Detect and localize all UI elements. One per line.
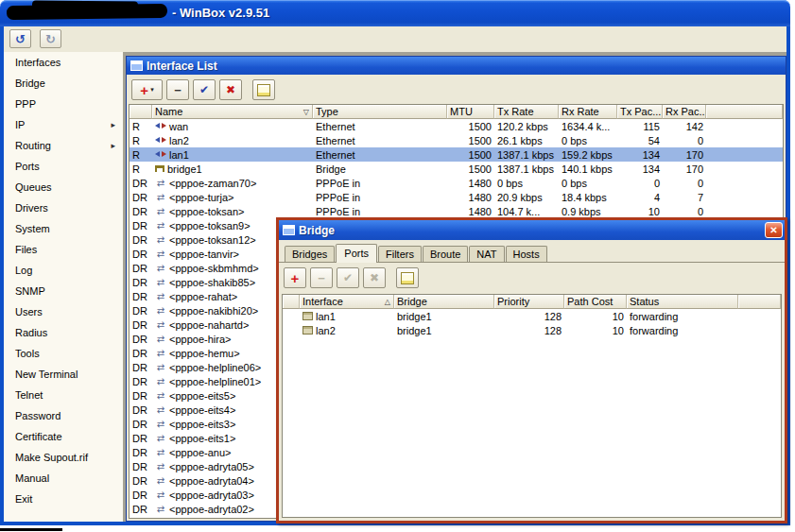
column-mtu[interactable]: MTU <box>447 105 494 119</box>
column-tx-packet[interactable]: Tx Pac... <box>617 105 663 119</box>
interface-name: <pppoe-rahat> <box>169 291 237 302</box>
row-tx-rate: 120.2 kbps <box>494 119 559 133</box>
sidebar-item[interactable]: Exit <box>4 489 123 509</box>
sidebar-item[interactable]: Bridge <box>4 73 123 94</box>
interface-type-icon <box>155 179 166 187</box>
sidebar-item-label: Interfaces <box>15 57 115 68</box>
sidebar-item[interactable]: Certificate <box>4 426 123 447</box>
sidebar-item[interactable]: Files <box>4 239 123 260</box>
column-flags[interactable] <box>283 295 300 309</box>
sidebar-item[interactable]: New Terminal <box>4 364 123 385</box>
row-flags: DR <box>130 388 152 403</box>
sidebar-item[interactable]: Ports <box>4 156 123 177</box>
bridge-tab[interactable]: Bridges <box>285 246 335 262</box>
sidebar-item[interactable]: Interfaces <box>4 52 123 73</box>
undo-button[interactable]: ↺ <box>9 29 31 48</box>
column-tx-rate[interactable]: Tx Rate <box>494 105 559 119</box>
interface-row[interactable]: DR <pppoe-toksan> PPPoE in 1480 104.7 k.… <box>130 204 783 218</box>
sidebar-item-label: Exit <box>15 493 115 505</box>
sidebar-item[interactable]: Radius <box>4 322 123 343</box>
comment-button[interactable] <box>396 267 419 288</box>
enable-button[interactable]: ✔ <box>337 267 359 288</box>
bridge-tab[interactable]: Hosts <box>506 246 547 262</box>
interface-type-icon <box>155 434 166 442</box>
bridge-tab[interactable]: Broute <box>423 246 468 262</box>
interface-row[interactable]: R lan2 Ethernet 1500 26.1 kbps 0 bps <box>130 133 783 147</box>
bridge-port-row[interactable]: lan1 bridge1 128 10 forwarding <box>283 309 781 323</box>
submenu-arrow-icon: ▸ <box>111 141 115 150</box>
bridge-port-row[interactable]: lan2 bridge1 128 10 forwarding <box>283 323 781 337</box>
interface-type-icon <box>155 448 166 456</box>
disable-button[interactable]: ✖ <box>219 79 242 100</box>
interface-type-icon <box>155 349 166 357</box>
close-button[interactable]: ✕ <box>765 222 783 238</box>
bridge-tab[interactable]: Ports <box>336 244 377 263</box>
column-path-cost[interactable]: Path Cost <box>564 295 627 309</box>
interface-type-icon <box>155 377 166 386</box>
interface-name: <pppoe-eits4> <box>169 404 235 416</box>
row-flags: DR <box>130 204 152 218</box>
row-name-cell: wan <box>152 119 313 133</box>
sidebar-item[interactable]: Users <box>4 301 123 322</box>
column-interface[interactable]: Interface △ <box>300 295 394 309</box>
interface-row[interactable]: DR <pppoe-zaman70> PPPoE in 1480 0 bps 0… <box>130 176 783 190</box>
bridge-tab[interactable]: Filters <box>378 246 422 262</box>
row-name-cell: lan2 <box>152 133 313 147</box>
comment-button[interactable] <box>252 79 275 100</box>
row-flags: DR <box>130 176 152 190</box>
bridge-tab[interactable]: NAT <box>469 246 504 262</box>
row-flags: R <box>130 162 152 176</box>
row-tx-rate: 0 bps <box>494 176 559 190</box>
remove-button[interactable]: − <box>310 267 333 288</box>
column-rx-packet[interactable]: Rx Pac... <box>663 105 706 119</box>
column-type[interactable]: Type <box>313 105 447 119</box>
column-priority[interactable]: Priority <box>494 295 564 309</box>
sidebar-item[interactable]: SNMP <box>4 281 123 301</box>
column-status[interactable]: Status <box>627 295 738 309</box>
column-flags[interactable] <box>130 105 152 119</box>
sidebar-item[interactable]: Password <box>4 405 123 426</box>
screenshot-artifact-line <box>0 528 62 531</box>
sidebar-item[interactable]: Routing ▸ <box>4 135 123 156</box>
sidebar-item[interactable]: Make Supout.rif <box>4 447 123 468</box>
sidebar-item[interactable]: Telnet <box>4 385 123 405</box>
sidebar-item[interactable]: System <box>4 218 123 239</box>
sidebar-item[interactable]: Drivers <box>4 197 123 218</box>
sidebar-item[interactable]: IP ▸ <box>4 114 123 135</box>
bridge-dialog-titlebar[interactable]: Bridge ✕ <box>279 220 785 240</box>
interface-type-icon <box>155 320 166 329</box>
interface-list-titlebar[interactable]: Interface List <box>127 57 786 75</box>
main-titlebar[interactable]: - WinBox v2.9.51 <box>0 0 790 26</box>
disable-button[interactable]: ✖ <box>363 267 386 288</box>
column-name[interactable]: Name ▽ <box>152 105 313 119</box>
row-tx-packet: 54 <box>617 133 663 147</box>
add-port-button[interactable]: + <box>284 267 306 288</box>
interface-row[interactable]: R wan Ethernet 1500 120.2 kbps 1634.4 k.… <box>130 119 783 133</box>
row-tx-rate: 1387.1 kbps <box>494 147 559 162</box>
sidebar-item[interactable]: Queues <box>4 177 123 197</box>
enable-button[interactable]: ✔ <box>193 79 216 100</box>
interface-name: <pppoe-anu> <box>169 447 231 458</box>
sidebar-item-label: Log <box>15 265 115 276</box>
sidebar-item[interactable]: Log <box>4 260 123 281</box>
row-mtu: 1500 <box>447 133 494 147</box>
interface-row[interactable]: DR <pppoe-turja> PPPoE in 1480 20.9 kbps… <box>130 190 783 204</box>
remove-button[interactable]: − <box>166 79 189 100</box>
row-flags: DR <box>130 346 152 360</box>
sidebar-item[interactable]: Tools <box>4 343 123 364</box>
column-interface-label: Interface <box>302 296 343 307</box>
column-bridge[interactable]: Bridge <box>394 295 494 309</box>
row-flags: DR <box>130 261 152 275</box>
redo-button[interactable]: ↻ <box>40 29 61 48</box>
sidebar-item[interactable]: PPP <box>4 94 123 114</box>
row-interface-cell: lan2 <box>300 323 394 337</box>
add-interface-button[interactable]: + ▾ <box>131 79 163 100</box>
row-status: forwarding <box>627 309 738 323</box>
row-type: Bridge <box>313 162 447 176</box>
interface-type-icon <box>155 150 166 159</box>
interface-row[interactable]: R bridge1 Bridge 1500 1387.1 kbps 140.1 … <box>130 162 783 176</box>
column-rx-rate[interactable]: Rx Rate <box>559 105 617 119</box>
interface-row[interactable]: R lan1 Ethernet 1500 1387.1 kbps 159.2 k… <box>130 147 783 162</box>
column-filler <box>706 105 783 119</box>
sidebar-item[interactable]: Manual <box>4 468 123 489</box>
